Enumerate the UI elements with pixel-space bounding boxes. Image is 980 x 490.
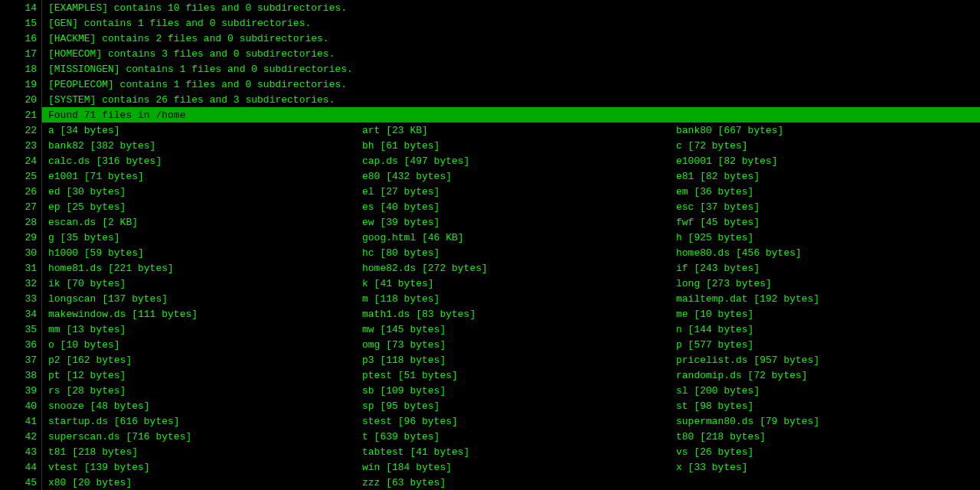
- line-number: 23: [0, 138, 41, 153]
- file-entry: e1001 [71 bytes]: [48, 171, 362, 182]
- line-number: 30: [0, 245, 41, 260]
- terminal-line: e1001 [71 bytes]e80 [432 bytes]e81 [82 b…: [42, 168, 980, 184]
- terminal-line: escan.ds [2 KB]ew [39 bytes]fwf [45 byte…: [42, 214, 980, 230]
- file-entry: o [10 bytes]: [48, 339, 362, 351]
- line-number: 36: [0, 337, 41, 352]
- file-entry: es [40 bytes]: [362, 201, 676, 213]
- file-entry: long [273 bytes]: [676, 278, 980, 289]
- terminal-line: mm [13 bytes]mw [145 bytes]n [144 bytes]: [42, 322, 980, 337]
- line-number: 16: [0, 31, 41, 46]
- terminal-line: [MISSIONGEN] contains 1 files and 0 subd…: [42, 61, 980, 77]
- line-number-column: 1415161718192021222324252627282930313233…: [0, 0, 42, 490]
- file-entry: mw [145 bytes]: [362, 324, 676, 335]
- line-number: 31: [0, 260, 41, 276]
- line-number: 38: [0, 368, 41, 383]
- line-number: 29: [0, 230, 41, 245]
- file-entry: hc [80 bytes]: [362, 247, 676, 259]
- file-entry: longscan [137 bytes]: [48, 293, 362, 305]
- line-number: 28: [0, 214, 41, 230]
- line-number: 37: [0, 352, 41, 368]
- file-entry: ew [39 bytes]: [362, 217, 676, 228]
- terminal-line: g [35 bytes]goog.html [46 KB]h [925 byte…: [42, 230, 980, 245]
- file-entry: sl [200 bytes]: [676, 385, 980, 397]
- file-entry: pricelist.ds [957 bytes]: [676, 354, 980, 366]
- file-entry: sp [95 bytes]: [362, 400, 676, 412]
- line-number: 35: [0, 322, 41, 337]
- file-entry: [676, 477, 980, 488]
- file-entry: ep [25 bytes]: [48, 201, 362, 213]
- file-entry: mm [13 bytes]: [48, 324, 362, 335]
- file-entry: superman80.ds [79 bytes]: [676, 416, 980, 427]
- terminal-line: [SYSTEM] contains 26 files and 3 subdire…: [42, 92, 980, 107]
- terminal-line: ik [70 bytes]k [41 bytes]long [273 bytes…: [42, 276, 980, 291]
- file-entry: home81.ds [221 bytes]: [48, 263, 362, 274]
- line-number: 43: [0, 444, 41, 459]
- file-entry: p2 [162 bytes]: [48, 354, 362, 366]
- file-entry: math1.ds [83 bytes]: [362, 309, 676, 320]
- line-number: 21: [0, 107, 41, 122]
- terminal-line: snooze [48 bytes]sp [95 bytes]st [98 byt…: [42, 398, 980, 413]
- file-entry: h [925 bytes]: [676, 232, 980, 243]
- terminal-line: bank82 [382 bytes]bh [61 bytes]c [72 byt…: [42, 138, 980, 153]
- line-number: 19: [0, 77, 41, 92]
- file-entry: stest [96 bytes]: [362, 416, 676, 427]
- file-entry: startup.ds [616 bytes]: [48, 416, 362, 427]
- file-entry: ptest [51 bytes]: [362, 370, 676, 381]
- line-number: 44: [0, 459, 41, 475]
- terminal-line: Found 71 files in /home: [42, 107, 980, 122]
- terminal-line: vtest [139 bytes]win [184 bytes]x [33 by…: [42, 459, 980, 475]
- line-number: 22: [0, 122, 41, 138]
- line-number: 20: [0, 92, 41, 107]
- file-entry: vs [26 bytes]: [676, 446, 980, 458]
- file-entry: rs [28 bytes]: [48, 385, 362, 397]
- line-number: 39: [0, 383, 41, 398]
- terminal-line: pt [12 bytes]ptest [51 bytes]randomip.ds…: [42, 368, 980, 383]
- file-entry: em [36 bytes]: [676, 186, 980, 198]
- file-entry: mailtemp.dat [192 bytes]: [676, 293, 980, 305]
- terminal-line: t81 [218 bytes]tabtest [41 bytes]vs [26 …: [42, 444, 980, 459]
- file-entry: ed [30 bytes]: [48, 186, 362, 198]
- terminal-line: longscan [137 bytes]m [118 bytes]mailtem…: [42, 291, 980, 306]
- line-number: 25: [0, 168, 41, 184]
- file-entry: zzz [63 bytes]: [362, 477, 676, 488]
- file-entry: p3 [118 bytes]: [362, 354, 676, 366]
- content-area: [EXAMPLES] contains 10 files and 0 subdi…: [42, 0, 980, 490]
- file-entry: e80 [432 bytes]: [362, 171, 676, 182]
- file-entry: g [35 bytes]: [48, 232, 362, 243]
- file-entry: win [184 bytes]: [362, 462, 676, 473]
- terminal-line: startup.ds [616 bytes]stest [96 bytes]su…: [42, 413, 980, 429]
- terminal-line: [EXAMPLES] contains 10 files and 0 subdi…: [42, 0, 980, 15]
- file-entry: n [144 bytes]: [676, 324, 980, 335]
- terminal-line: o [10 bytes]omg [73 bytes]p [577 bytes]: [42, 337, 980, 352]
- file-entry: x [33 bytes]: [676, 462, 980, 473]
- file-entry: bank80 [667 bytes]: [676, 125, 980, 136]
- file-entry: art [23 KB]: [362, 125, 676, 136]
- file-entry: tabtest [41 bytes]: [362, 446, 676, 458]
- terminal-line: superscan.ds [716 bytes]t [639 bytes]t80…: [42, 429, 980, 444]
- file-entry: k [41 bytes]: [362, 278, 676, 289]
- file-entry: if [243 bytes]: [676, 263, 980, 274]
- terminal-line: rs [28 bytes]sb [109 bytes]sl [200 bytes…: [42, 383, 980, 398]
- terminal-line: ep [25 bytes]es [40 bytes]esc [37 bytes]: [42, 199, 980, 214]
- file-entry: sb [109 bytes]: [362, 385, 676, 397]
- line-number: 41: [0, 413, 41, 429]
- file-entry: h1000 [59 bytes]: [48, 247, 362, 259]
- file-entry: randomip.ds [72 bytes]: [676, 370, 980, 381]
- line-number: 45: [0, 475, 41, 490]
- file-entry: esc [37 bytes]: [676, 201, 980, 213]
- file-entry: st [98 bytes]: [676, 400, 980, 412]
- file-entry: home82.ds [272 bytes]: [362, 263, 676, 274]
- file-entry: snooze [48 bytes]: [48, 400, 362, 412]
- file-entry: t81 [218 bytes]: [48, 446, 362, 458]
- file-entry: el [27 bytes]: [362, 186, 676, 198]
- terminal-line: x80 [20 bytes]zzz [63 bytes]: [42, 475, 980, 490]
- file-entry: a [34 bytes]: [48, 125, 362, 136]
- file-entry: x80 [20 bytes]: [48, 477, 362, 488]
- terminal-line: [PEOPLECOM] contains 1 files and 0 subdi…: [42, 77, 980, 92]
- terminal-line: makewindow.ds [111 bytes]math1.ds [83 by…: [42, 306, 980, 322]
- line-number: 15: [0, 15, 41, 31]
- file-entry: goog.html [46 KB]: [362, 232, 676, 243]
- line-number: 40: [0, 398, 41, 413]
- file-entry: me [10 bytes]: [676, 309, 980, 320]
- line-number: 27: [0, 199, 41, 214]
